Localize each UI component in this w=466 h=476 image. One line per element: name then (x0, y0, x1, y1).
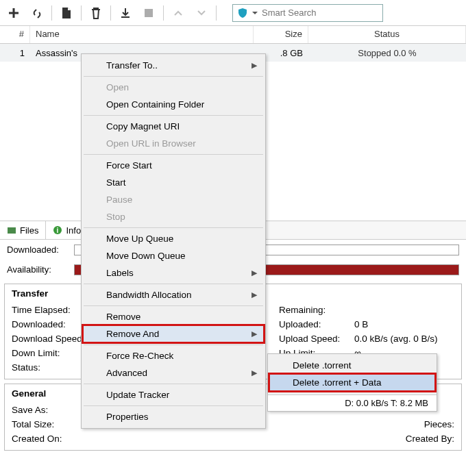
created-by-label: Created By: (393, 434, 454, 444)
upload-speed-label: Upload Speed: (279, 334, 354, 344)
menu-remove-and[interactable]: Remove And▶ (83, 325, 264, 342)
created-on-label: Created On: (12, 434, 99, 444)
uploaded-label: Uploaded: (279, 319, 354, 329)
remaining-label: Remaining: (279, 305, 354, 315)
menu-separator (84, 405, 263, 406)
folder-icon (7, 225, 16, 235)
menu-remove[interactable]: Remove (83, 308, 264, 325)
chevron-right-icon: ▶ (252, 290, 257, 299)
downloaded-label: Downloaded: (7, 245, 69, 255)
menu-separator (84, 76, 263, 77)
link-icon (31, 7, 43, 19)
upload-speed-value: 0.0 kB/s (avg. 0 B/s) (354, 334, 438, 344)
menu-open-containing-folder[interactable]: Open Containing Folder (83, 96, 264, 113)
search-box[interactable] (232, 4, 383, 22)
speed-status: D: 0.0 kB/s T: 8.2 MB (345, 398, 428, 408)
stop-button[interactable] (138, 2, 160, 24)
trash-icon (90, 7, 101, 19)
chevron-right-icon: ▶ (252, 329, 257, 338)
column-status[interactable]: Status (308, 26, 466, 43)
svg-rect-1 (8, 227, 16, 234)
menu-move-up-queue[interactable]: Move Up Queue (83, 230, 264, 247)
move-up-button[interactable] (167, 2, 189, 24)
menu-pause[interactable]: Pause (83, 191, 264, 208)
move-down-button[interactable] (191, 2, 212, 24)
menu-copy-magnet-uri[interactable]: Copy Magnet URI (83, 118, 264, 135)
menu-separator (84, 384, 263, 384)
chevron-right-icon: ▶ (252, 268, 257, 277)
cell-status: Stopped 0.0 % (308, 46, 466, 60)
menu-separator (84, 345, 263, 345)
dropdown-icon (252, 10, 258, 16)
menu-separator (84, 154, 263, 155)
menu-open-url-in-browser[interactable]: Open URL in Browser (83, 135, 264, 152)
uploaded-value: 0 B (354, 319, 368, 329)
start-button[interactable] (114, 2, 136, 24)
menu-properties[interactable]: Properties (83, 408, 264, 425)
torrent-table-header: # Name Size Status (0, 26, 466, 44)
main-toolbar (0, 0, 466, 26)
create-torrent-button[interactable] (56, 2, 77, 24)
svg-text:i: i (57, 227, 59, 234)
tab-label: Files (20, 225, 38, 236)
context-menu: Transfer To..▶ Open Open Containing Fold… (81, 53, 266, 429)
menu-labels[interactable]: Labels▶ (83, 264, 264, 281)
toolbar-separator (110, 5, 111, 21)
menu-stop[interactable]: Stop (83, 208, 264, 225)
search-input[interactable] (262, 8, 378, 18)
tab-label: Info (66, 225, 81, 236)
menu-separator (84, 305, 263, 306)
menu-separator (84, 115, 263, 116)
menu-open[interactable]: Open (83, 79, 264, 96)
menu-move-down-queue[interactable]: Move Down Queue (83, 247, 264, 264)
chevron-right-icon: ▶ (252, 368, 257, 377)
plus-icon (8, 7, 20, 19)
file-icon (61, 7, 72, 19)
chevron-right-icon: ▶ (252, 61, 257, 70)
availability-label: Availability: (7, 264, 69, 275)
add-url-button[interactable] (26, 2, 48, 24)
menu-advanced[interactable]: Advanced▶ (83, 364, 264, 381)
chevron-up-icon (173, 8, 183, 18)
toolbar-separator (81, 5, 82, 21)
column-number[interactable]: # (0, 26, 30, 43)
column-name[interactable]: Name (30, 26, 254, 43)
chevron-down-icon (197, 8, 206, 18)
stop-icon (144, 8, 154, 18)
menu-separator (84, 284, 263, 284)
menu-update-tracker[interactable]: Update Tracker (83, 386, 264, 403)
shield-icon (237, 8, 248, 18)
pieces-label: Pieces: (400, 419, 454, 429)
cell-number: 1 (0, 46, 30, 60)
toolbar-separator (163, 5, 164, 21)
submenu-delete-torrent[interactable]: Delete .torrent (269, 357, 435, 374)
info-icon: i (53, 225, 62, 235)
menu-transfer-to[interactable]: Transfer To..▶ (83, 57, 264, 74)
menu-force-recheck[interactable]: Force Re-Check (83, 347, 264, 364)
menu-bandwidth-allocation[interactable]: Bandwidth Allocation▶ (83, 286, 264, 303)
menu-force-start[interactable]: Force Start (83, 157, 264, 174)
add-torrent-button[interactable] (3, 2, 25, 24)
tab-files[interactable]: Files (0, 221, 46, 239)
submenu-delete-torrent-data[interactable]: Delete .torrent + Data (269, 374, 435, 391)
menu-start[interactable]: Start (83, 174, 264, 191)
menu-separator (84, 227, 263, 228)
status-bar: D: 0.0 kB/s T: 8.2 MB (268, 394, 437, 411)
svg-rect-0 (145, 9, 153, 17)
toolbar-separator (51, 5, 52, 21)
remove-and-submenu: Delete .torrent Delete .torrent + Data D… (267, 353, 437, 412)
column-size[interactable]: Size (254, 26, 308, 43)
toolbar-separator (216, 5, 217, 21)
download-icon (119, 7, 132, 19)
remove-button[interactable] (85, 2, 107, 24)
